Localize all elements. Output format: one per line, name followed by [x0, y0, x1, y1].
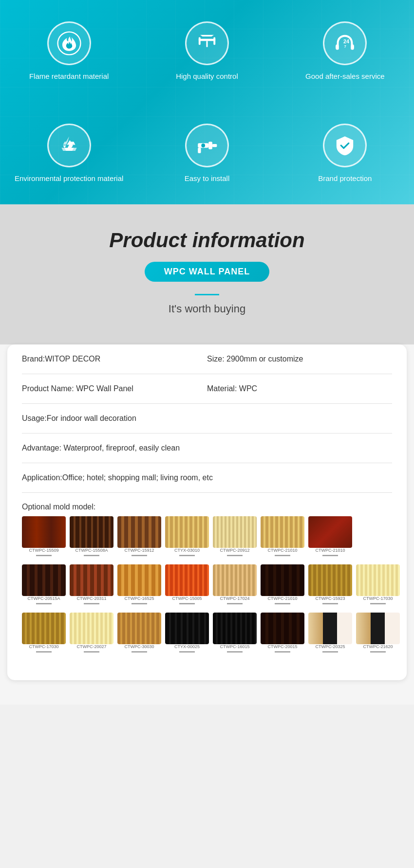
product-spec: ▬▬▬▬	[84, 553, 99, 557]
product-row-3: CTWPC-17030 ▬▬▬▬ CTWPC-20027 ▬▬▬▬ CTWPC-…	[22, 613, 392, 653]
feature-install-label: Easy to install	[185, 173, 230, 183]
product-code: CTWPC-20027	[76, 644, 106, 649]
product-thumbnail	[117, 613, 161, 644]
product-item: CTYX-03010 ▬▬▬▬	[165, 516, 209, 557]
product-spec: ▬▬▬▬	[84, 601, 99, 605]
product-code: CTWPC-16015	[220, 644, 249, 649]
product-item: CTWPC-17030 ▬▬▬▬	[356, 564, 400, 605]
headset-icon: 24 7	[333, 31, 357, 55]
product-code: CTWPC-20912	[220, 548, 249, 553]
feature-eco: Environmental protection material	[5, 114, 133, 193]
svg-rect-3	[199, 37, 201, 45]
feature-install: Easy to install	[175, 114, 240, 193]
spec-row-advantage: Advantage: Waterproof, fireproof, easily…	[22, 434, 392, 463]
svg-rect-2	[199, 38, 215, 41]
product-thumbnail	[356, 613, 400, 644]
product-code: CTYX-00025	[174, 644, 200, 649]
product-code: CTWPC-15508A	[75, 548, 108, 553]
product-spec: ▬▬▬▬	[179, 601, 195, 605]
specs-card: Brand:WITOP DECOR Size: 2900mm or custom…	[7, 344, 407, 680]
feature-flame: Flame retardant material	[19, 12, 118, 91]
spec-row-application: Application:Office; hotel; shopping mall…	[22, 463, 392, 493]
product-thumbnail	[70, 564, 113, 596]
product-item: CTWPC-20515A ▬▬▬▬	[22, 564, 66, 605]
eco-icon-circle	[47, 124, 91, 167]
product-code: CTWPC-16525	[124, 596, 154, 601]
product-code: CTWPC-21010	[267, 596, 297, 601]
product-code: CTWPC-17030	[363, 596, 393, 601]
svg-point-13	[201, 144, 205, 147]
product-item: CTWPC-20311 ▬▬▬▬	[70, 564, 113, 605]
product-row-2: CTWPC-20515A ▬▬▬▬ CTWPC-20311 ▬▬▬▬ CTWPC…	[22, 564, 392, 605]
spec-row-name: Product Name: WPC Wall Panel Material: W…	[22, 374, 392, 404]
optional-mold-label: Optional mold model:	[22, 495, 392, 516]
product-row-1: CTWPC-15509 ▬▬▬▬ CTWPC-15508A ▬▬▬▬ CTWPC…	[22, 516, 392, 557]
product-code: CTWPC-20515A	[27, 596, 60, 601]
product-item: CTWPC-20325 ▬▬▬▬	[308, 613, 352, 653]
svg-rect-6	[336, 44, 339, 50]
product-info-section: Product information WPC WALL PANEL It's …	[0, 204, 414, 705]
spec-material: Material: WPC	[207, 383, 392, 395]
drill-icon	[195, 133, 219, 158]
brand-icon-circle	[323, 124, 367, 167]
product-item: CTWPC-17030 ▬▬▬▬	[22, 613, 66, 653]
product-item: CTWPC-21620 ▬▬▬▬	[356, 613, 400, 653]
svg-rect-11	[208, 142, 212, 149]
product-item: CTWPC-16525 ▬▬▬▬	[117, 564, 161, 605]
teal-divider	[195, 294, 219, 295]
product-thumbnail	[70, 516, 113, 548]
product-spec: ▬▬▬▬	[36, 601, 52, 605]
svg-text:7: 7	[344, 44, 346, 49]
product-item: CTWPC-21010 ▬▬▬▬	[261, 516, 304, 557]
feature-brand: Brand protection	[308, 114, 381, 193]
spec-application: Application:Office; hotel; shopping mall…	[22, 472, 392, 484]
install-icon-circle	[185, 124, 229, 167]
section-title: Product information	[10, 229, 404, 252]
product-thumbnail	[165, 564, 209, 596]
spec-row-usage: Usage:For indoor wall decoration	[22, 404, 392, 434]
product-code: CTWPC-20325	[315, 644, 345, 649]
product-code: CTWPC-17024	[220, 596, 249, 601]
product-spec: ▬▬▬▬	[36, 553, 52, 557]
product-code: CTWPC-17030	[29, 644, 58, 649]
product-item: CTWPC-20912 ▬▬▬▬	[213, 516, 257, 557]
product-spec: ▬▬▬▬	[322, 601, 338, 605]
product-code: CTWPC-20311	[76, 596, 106, 601]
product-item: CTYX-00025 ▬▬▬▬	[165, 613, 209, 653]
product-item: CTWPC-30030 ▬▬▬▬	[117, 613, 161, 653]
flame-icon-circle	[47, 21, 91, 65]
product-thumbnail	[308, 613, 352, 644]
product-item: CTWPC-15508A ▬▬▬▬	[70, 516, 113, 557]
product-spec: ▬▬▬▬	[36, 649, 52, 653]
product-item: CTWPC-16015 ▬▬▬▬	[213, 613, 257, 653]
feature-aftersales: 24 7 Good after-sales service	[296, 12, 395, 91]
product-spec: ▬▬▬▬	[227, 601, 243, 605]
feature-quality-label: High quality control	[176, 71, 238, 81]
product-thumbnail	[261, 564, 304, 596]
product-info-header: Product information WPC WALL PANEL It's …	[0, 204, 414, 344]
product-item: CTWPC-17024 ▬▬▬▬	[213, 564, 257, 605]
product-code: CTWPC-21010	[267, 548, 297, 553]
product-spec: ▬▬▬▬	[227, 553, 243, 557]
product-item: CTWPC-15509 ▬▬▬▬	[22, 516, 66, 557]
caliper-icon	[195, 31, 219, 55]
optional-mold-section: Optional mold model: CTWPC-15509 ▬▬▬▬ CT…	[22, 493, 392, 666]
spec-size: Size: 2900mm or customize	[207, 353, 392, 365]
product-code: CTWPC-15509	[29, 548, 58, 553]
product-code: CTWPC-30030	[124, 644, 154, 649]
feature-quality: High quality control	[166, 12, 248, 91]
product-thumbnail	[117, 564, 161, 596]
product-spec: ▬▬▬▬	[275, 649, 290, 653]
product-item: CTWPC-21010 ▬▬▬▬	[261, 564, 304, 605]
product-spec: ▬▬▬▬	[322, 553, 338, 557]
product-spec: ▬▬▬▬	[132, 601, 147, 605]
feature-flame-label: Flame retardant material	[29, 71, 109, 81]
product-thumbnail	[165, 613, 209, 644]
spec-row-brand: Brand:WITOP DECOR Size: 2900mm or custom…	[22, 344, 392, 374]
hero-section: Flame retardant material High quality co…	[0, 0, 414, 204]
product-item: CTWPC-15912 ▬▬▬▬	[117, 516, 161, 557]
shield-check-icon	[333, 133, 357, 158]
product-spec: ▬▬▬▬	[179, 649, 195, 653]
product-item: CTWPC-20015 ▬▬▬▬	[261, 613, 304, 653]
product-item: CTWPC-20027 ▬▬▬▬	[70, 613, 113, 653]
